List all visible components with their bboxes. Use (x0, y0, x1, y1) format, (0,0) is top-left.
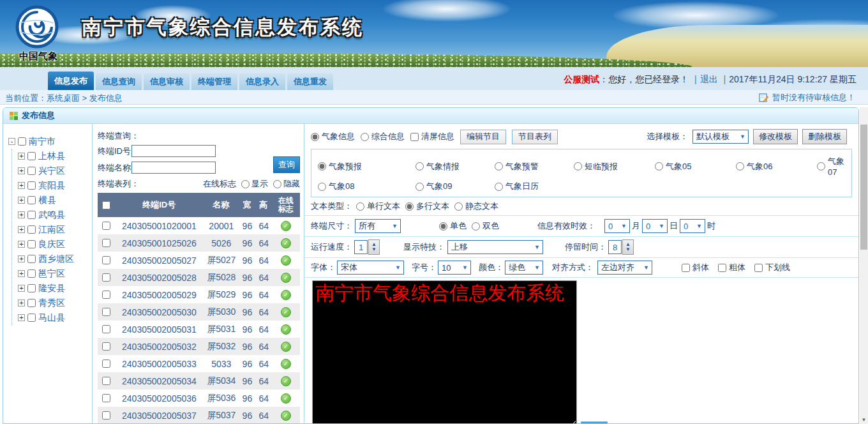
tree-collapse-icon[interactable] (8, 138, 15, 145)
pending-review-notice[interactable]: 暂时没有待审核信息！ (759, 92, 855, 103)
text-type-radio[interactable]: 单行文本 (356, 201, 400, 212)
tree-expand-icon[interactable] (18, 241, 25, 248)
tree-checkbox[interactable] (27, 181, 36, 190)
validity-hour-select[interactable]: 0▼ (680, 219, 705, 233)
tree-expand-icon[interactable] (18, 314, 25, 321)
category-radio[interactable]: 气象08 (318, 181, 415, 192)
tree-node-label[interactable]: 西乡塘区 (38, 254, 74, 265)
row-checkbox[interactable] (102, 256, 110, 264)
category-radio[interactable]: 气象预警 (495, 156, 574, 177)
tree-checkbox-root[interactable] (18, 137, 26, 146)
tree-checkbox[interactable] (27, 167, 36, 175)
dual-color-radio[interactable] (472, 222, 480, 231)
category-radio[interactable]: 气象07 (817, 156, 845, 177)
underline-checkbox[interactable] (754, 264, 763, 272)
edit-program-button[interactable]: 编辑节目 (460, 130, 506, 144)
row-checkbox[interactable] (102, 394, 110, 402)
tree-expand-icon[interactable] (18, 211, 25, 218)
tree-expand-icon[interactable] (18, 153, 25, 160)
online-show-label[interactable]: 显示 (251, 178, 268, 190)
modify-template-button[interactable]: 修改模板 (753, 129, 798, 144)
scroll-down-icon[interactable]: ▼ (860, 417, 868, 423)
template-select[interactable]: 默认模板▼ (692, 130, 749, 144)
message-preview-textarea[interactable]: 南宁市气象综合信息发布系统 (312, 280, 577, 424)
resize-grip-icon[interactable] (569, 421, 576, 424)
mono-color-radio[interactable] (439, 222, 447, 231)
run-speed-value[interactable]: 1 (354, 240, 368, 254)
row-checkbox[interactable] (102, 342, 110, 351)
tree-node-label[interactable]: 青秀区 (38, 298, 65, 309)
nav-tab[interactable]: 终端管理 (191, 73, 237, 90)
tree-expand-icon[interactable] (18, 270, 25, 277)
font-select[interactable]: 宋体▼ (337, 261, 404, 275)
tree-node[interactable]: 武鸣县 (18, 208, 92, 222)
tree-node-label[interactable]: 横县 (38, 195, 56, 206)
row-checkbox[interactable] (102, 222, 110, 230)
nav-tab[interactable]: 信息发布 (48, 72, 94, 90)
online-show-radio[interactable] (241, 180, 250, 188)
tree-node-label[interactable]: 宾阳县 (38, 180, 65, 192)
tree-node-label[interactable]: 马山县 (38, 312, 65, 324)
tree-expand-icon[interactable] (18, 197, 25, 204)
row-checkbox[interactable] (102, 360, 110, 368)
tree-expand-icon[interactable] (18, 182, 25, 189)
color-select[interactable]: 绿色▼ (505, 261, 543, 275)
terminal-name-input[interactable] (131, 162, 216, 174)
nav-tab[interactable]: 信息录入 (239, 73, 285, 90)
tree-node[interactable]: 上林县 (18, 149, 92, 163)
nav-tab[interactable]: 信息查询 (96, 73, 142, 90)
text-type-radio[interactable]: 静态文本 (454, 201, 498, 212)
row-checkbox[interactable] (102, 377, 110, 385)
tree-checkbox[interactable] (27, 211, 36, 219)
category-radio[interactable]: 气象日历 (495, 181, 574, 192)
weather-info-radio[interactable] (311, 133, 319, 141)
text-type-radio[interactable]: 多行文本 (405, 201, 449, 212)
tree-node-root[interactable]: 南宁市 (8, 134, 92, 149)
tree-node-label[interactable]: 邕宁区 (38, 268, 65, 280)
align-select[interactable]: 左边对齐▼ (597, 261, 652, 275)
tree-expand-icon[interactable] (18, 299, 25, 307)
tree-checkbox[interactable] (27, 269, 36, 278)
spinner-down-icon[interactable]: ▼ (371, 247, 377, 252)
tree-node[interactable]: 良庆区 (18, 237, 92, 252)
tree-node[interactable]: 江南区 (18, 222, 92, 237)
row-checkbox[interactable] (102, 239, 110, 247)
row-checkbox[interactable] (102, 273, 110, 282)
send-button[interactable]: 发送 (581, 421, 608, 424)
row-checkbox[interactable] (102, 411, 110, 420)
online-hide-radio[interactable] (273, 180, 281, 188)
nav-tab[interactable]: 信息重发 (287, 73, 333, 90)
category-radio[interactable]: 气象05 (655, 156, 736, 177)
bold-checkbox[interactable] (718, 264, 726, 272)
category-radio[interactable]: 气象06 (736, 156, 817, 177)
program-list-button[interactable]: 节目表列 (512, 130, 558, 144)
tree-checkbox[interactable] (27, 314, 36, 322)
terminal-size-select[interactable]: 所有▼ (355, 219, 401, 233)
clear-screen-checkbox[interactable] (410, 133, 419, 141)
tree-node-label[interactable]: 隆安县 (38, 283, 65, 294)
tree-node[interactable]: 兴宁区 (18, 163, 92, 178)
tree-node[interactable]: 西乡塘区 (18, 252, 92, 266)
select-all-checkbox[interactable] (102, 201, 110, 209)
tree-node[interactable]: 马山县 (18, 310, 92, 325)
tree-checkbox[interactable] (27, 284, 36, 292)
info-type-comprehensive[interactable]: 综合信息 (361, 131, 405, 142)
tree-expand-icon[interactable] (18, 226, 25, 233)
display-effect-select[interactable]: 上移▼ (447, 240, 543, 254)
tree-node[interactable]: 邕宁区 (18, 266, 92, 281)
tree-node[interactable]: 青秀区 (18, 296, 92, 310)
tree-checkbox[interactable] (27, 299, 36, 307)
tree-node-label[interactable]: 上林县 (38, 151, 65, 162)
font-size-select[interactable]: 10▼ (438, 261, 471, 275)
comprehensive-info-radio[interactable] (361, 133, 369, 141)
delete-template-button[interactable]: 删除模板 (802, 129, 847, 144)
query-button[interactable]: 查询 (273, 156, 300, 173)
info-type-weather[interactable]: 气象信息 (311, 131, 355, 142)
validity-day-select[interactable]: 0▼ (642, 219, 668, 233)
italic-checkbox[interactable] (682, 264, 690, 272)
tree-checkbox[interactable] (27, 152, 36, 160)
tree-expand-icon[interactable] (18, 167, 25, 174)
category-radio[interactable]: 气象情报 (415, 156, 495, 177)
tree-expand-icon[interactable] (18, 285, 25, 292)
tree-node[interactable]: 宾阳县 (18, 178, 92, 193)
